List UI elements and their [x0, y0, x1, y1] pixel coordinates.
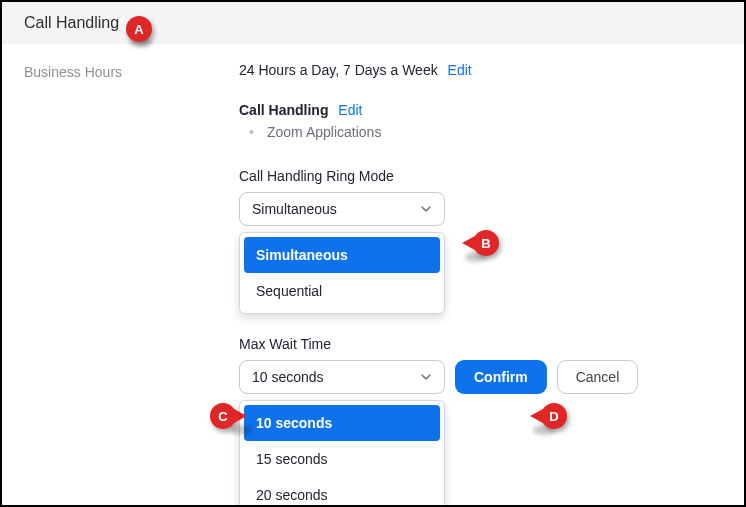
- section-header: Call Handling: [2, 2, 744, 44]
- annotation-callout-c: C: [210, 403, 236, 429]
- wait-time-option-10[interactable]: 10 seconds: [244, 405, 440, 441]
- call-handling-heading-row: Call Handling Edit: [239, 102, 722, 118]
- ring-mode-option-sequential[interactable]: Sequential: [244, 273, 440, 309]
- chevron-down-icon: [420, 203, 432, 215]
- ring-mode-select[interactable]: Simultaneous: [239, 192, 445, 226]
- cancel-button[interactable]: Cancel: [557, 360, 639, 394]
- annotation-callout-a: A: [126, 16, 152, 42]
- call-handling-edit-link[interactable]: Edit: [338, 102, 362, 118]
- wait-time-select[interactable]: 10 seconds: [239, 360, 445, 394]
- wait-time-label: Max Wait Time: [239, 336, 722, 352]
- business-hours-label: Business Hours: [24, 64, 122, 80]
- confirm-button-label: Confirm: [474, 369, 528, 385]
- section-header-title: Call Handling: [24, 14, 119, 31]
- confirm-button[interactable]: Confirm: [455, 360, 547, 394]
- ring-mode-select-value: Simultaneous: [252, 201, 337, 217]
- chevron-down-icon: [420, 371, 432, 383]
- call-handling-item: Zoom Applications: [259, 124, 722, 140]
- business-hours-value-row: 24 Hours a Day, 7 Days a Week Edit: [239, 62, 722, 78]
- annotation-callout-d: D: [541, 403, 567, 429]
- cancel-button-label: Cancel: [576, 369, 620, 385]
- business-hours-edit-link[interactable]: Edit: [448, 62, 472, 78]
- ring-mode-option-simultaneous[interactable]: Simultaneous: [244, 237, 440, 273]
- business-hours-value: 24 Hours a Day, 7 Days a Week: [239, 62, 438, 78]
- call-handling-heading: Call Handling: [239, 102, 328, 118]
- annotation-shadow: [230, 425, 252, 435]
- wait-time-select-value: 10 seconds: [252, 369, 324, 385]
- wait-time-dropdown: 10 seconds 15 seconds 20 seconds: [239, 400, 445, 507]
- wait-time-option-15[interactable]: 15 seconds: [244, 441, 440, 477]
- wait-time-option-20[interactable]: 20 seconds: [244, 477, 440, 507]
- annotation-callout-b: B: [473, 230, 499, 256]
- ring-mode-label: Call Handling Ring Mode: [239, 168, 722, 184]
- ring-mode-dropdown: Simultaneous Sequential: [239, 232, 445, 314]
